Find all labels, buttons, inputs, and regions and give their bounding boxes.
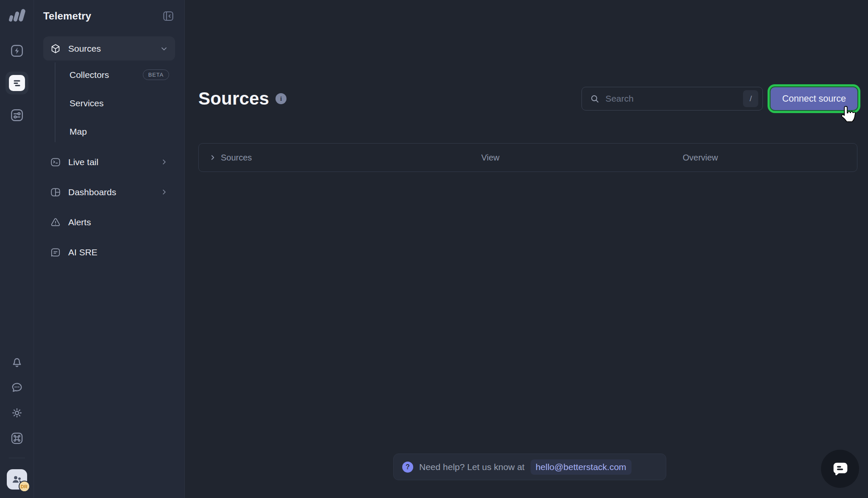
sub-list-guide-line [55,62,56,142]
telemetry-logs-icon-active[interactable] [6,72,28,94]
help-banner: ? Need help? Let us know at hello@better… [393,454,666,480]
app-window: DR Telemetry Sources [0,0,868,498]
sidebar-item-label: Live tail [68,157,160,167]
settings-sliders-icon[interactable] [8,106,26,125]
table-column-view: View [481,153,499,163]
sidebar-item-alerts[interactable]: Alerts [43,210,175,234]
info-icon[interactable]: i [275,93,287,104]
terminal-icon [50,157,61,168]
table-header-sources-group[interactable]: Sources [199,153,252,163]
search-input[interactable] [605,94,743,104]
table-column-overview: Overview [683,153,718,163]
sidebar-item-live-tail[interactable]: Live tail [43,150,175,174]
sidebar-item-sources[interactable]: Sources [43,36,175,61]
search-icon [590,94,600,104]
support-chat-button[interactable] [821,450,859,488]
cube-icon [50,43,61,54]
rail-divider [9,458,25,458]
sidebar: Telemetry Sources [34,0,185,498]
sidebar-item-label: Map [70,127,169,137]
logs-icon [9,75,25,91]
sidebar-title: Telemetry [43,10,91,22]
search-box[interactable]: / [581,87,763,111]
slash-shortcut-key: / [743,90,758,107]
sources-sub-list: Collectors BETA Services Map [43,61,175,146]
sidebar-item-label: Collectors [70,70,143,80]
help-text: Need help? Let us know at [419,462,525,472]
alert-triangle-icon [50,217,61,228]
user-initials-badge: DR [19,481,30,492]
chevron-right-icon [160,188,168,196]
sources-table-header: Sources View Overview [198,143,857,172]
connect-source-button[interactable]: Connect source [771,87,857,110]
chevron-right-icon [160,158,168,166]
sidebar-item-label: Alerts [68,217,168,227]
sidebar-item-ai-sre[interactable]: AI SRE [43,240,175,264]
sidebar-item-label: Services [70,98,169,108]
question-icon: ? [402,462,413,473]
sidebar-nav: Sources Collectors BETA Services Map [43,36,175,264]
chevron-down-icon [160,44,168,53]
help-email-link[interactable]: hello@betterstack.com [531,459,632,475]
page-title: Sources [198,89,269,109]
betterstack-logo-icon[interactable] [8,8,26,25]
keyboard-shortcuts-command-icon[interactable] [8,429,26,448]
sidebar-item-services[interactable]: Services [43,89,175,117]
icon-rail: DR [0,0,34,498]
page-header: Sources i / Connect source [198,84,857,113]
theme-sun-icon[interactable] [8,404,26,422]
chevron-right-icon [209,154,217,161]
chat-bubble-icon [830,459,850,479]
sidebar-item-map[interactable]: Map [43,117,175,146]
sidebar-item-collectors[interactable]: Collectors BETA [43,61,175,89]
beta-badge: BETA [143,69,169,80]
main-content: Sources i / Connect source [185,0,868,498]
notifications-bell-icon[interactable] [8,353,26,371]
uptime-lightning-icon[interactable] [8,42,26,60]
sidebar-item-label: AI SRE [68,247,168,257]
table-column-sources: Sources [221,153,252,163]
message-lines-icon [50,247,61,258]
feedback-chat-icon[interactable] [8,378,26,397]
sidebar-item-dashboards[interactable]: Dashboards [43,180,175,204]
sidebar-item-label: Dashboards [68,187,160,197]
user-avatar[interactable]: DR [7,469,27,490]
dashboard-layout-icon [50,187,61,198]
sidebar-item-label: Sources [68,44,160,54]
collapse-sidebar-icon[interactable] [161,9,175,23]
